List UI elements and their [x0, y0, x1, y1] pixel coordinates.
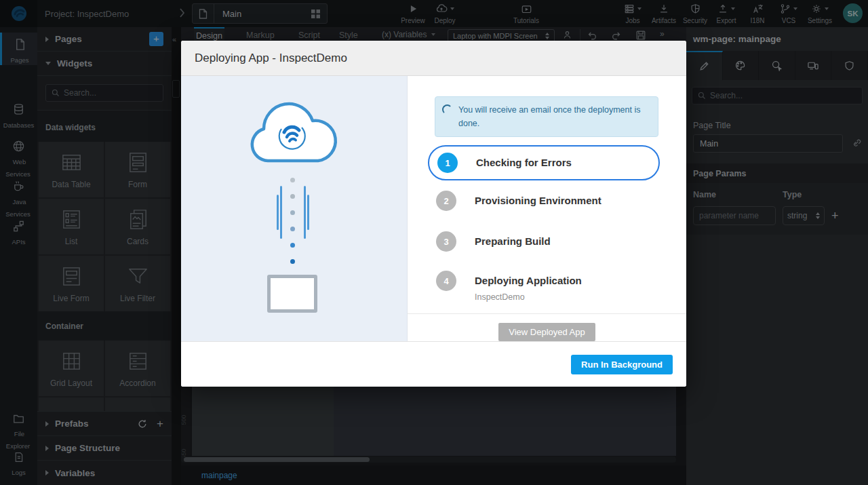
step-number-badge: 1: [437, 153, 458, 173]
modal-header: Deploying App - InspectDemo: [181, 41, 686, 76]
step-title: Checking for Errors: [476, 153, 572, 173]
step-number-badge: 2: [436, 191, 456, 211]
step-subtitle: InspectDemo: [475, 292, 582, 302]
run-in-background-button[interactable]: Run In Background: [571, 355, 673, 374]
modal-footer: Run In Background: [181, 341, 686, 387]
step-title: Preparing Build: [475, 231, 551, 252]
deployment-info-alert: You will receive an email once the deplo…: [435, 96, 658, 137]
step-number-badge: 4: [436, 271, 456, 291]
step-number-badge: 3: [436, 231, 456, 252]
app-root: Project: InspectDemo Main Preview Deploy…: [0, 0, 868, 485]
step-title: Provisioning Environment: [475, 191, 601, 211]
deployment-steps: 1 Checking for Errors 2 Provisioning Env…: [428, 137, 660, 309]
deploy-illustration: [181, 76, 408, 341]
deploy-modal: Deploying App - InspectDemo: [181, 41, 686, 387]
modal-title: Deploying App - InspectDemo: [195, 52, 347, 65]
cloud-deploy-illustration: [242, 94, 344, 167]
deploy-step-preparing-build: 3 Preparing Build: [428, 221, 660, 262]
alert-message: You will receive an email once the deplo…: [458, 103, 650, 130]
monitor-illustration: [267, 275, 317, 313]
deploy-step-checking-errors: 1 Checking for Errors: [428, 145, 660, 180]
view-deployed-app-button[interactable]: View Deployed App: [498, 323, 595, 341]
spinner-icon: [442, 104, 452, 115]
deploy-step-provisioning: 2 Provisioning Environment: [428, 180, 660, 221]
step-title: Deploying Application: [475, 275, 582, 286]
deploy-step-deploying-application: 4 Deploying Application InspectDemo: [428, 262, 660, 309]
